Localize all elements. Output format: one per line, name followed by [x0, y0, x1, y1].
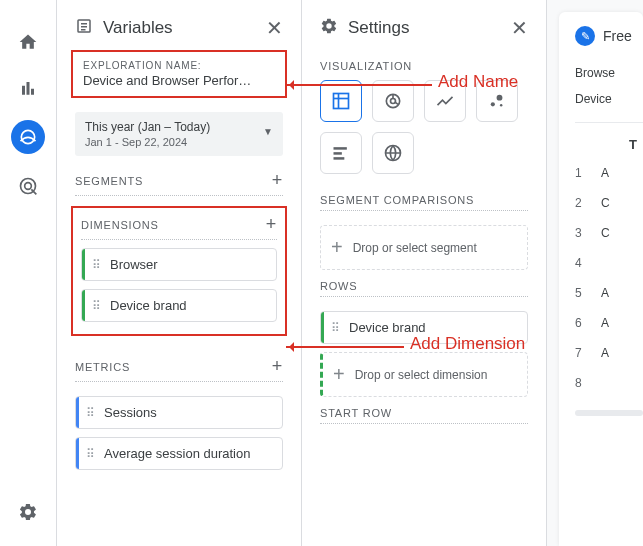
svg-point-16 [500, 104, 503, 107]
row-drop-zone[interactable]: + Drop or select dimension [320, 352, 528, 397]
row-cell: A [601, 166, 609, 180]
nav-rail [0, 0, 56, 546]
drag-handle-icon: ⠿ [331, 321, 341, 335]
viz-line-button[interactable] [424, 80, 466, 122]
row-number: 6 [575, 316, 589, 330]
table-row[interactable]: 8 [575, 368, 643, 398]
row-number: 1 [575, 166, 589, 180]
row-number: 2 [575, 196, 589, 210]
nav-explore-icon[interactable] [11, 120, 45, 154]
nav-ads-icon[interactable] [14, 172, 42, 200]
table-row[interactable]: 6A [575, 308, 643, 338]
viz-geo-button[interactable] [372, 132, 414, 174]
dimension-chip[interactable]: ⠿ Device brand [81, 289, 277, 322]
viz-donut-button[interactable] [372, 80, 414, 122]
nav-settings-icon[interactable] [14, 498, 42, 526]
exploration-name-label: EXPLORATION NAME: [83, 60, 275, 71]
report-tab: ✎ Free Browse Device T 1A2C3C45A6A7A8 [559, 12, 643, 546]
row-label: Device brand [349, 320, 426, 335]
viz-bar-button[interactable] [320, 132, 362, 174]
dimension-chip[interactable]: ⠿ Browser [81, 248, 277, 281]
viz-table-button[interactable] [320, 80, 362, 122]
drag-handle-icon: ⠿ [86, 406, 96, 420]
exploration-name-field[interactable]: EXPLORATION NAME: Device and Browser Per… [71, 50, 287, 98]
dimensions-section: DIMENSIONS + ⠿ Browser ⠿ Device brand [71, 206, 287, 336]
drag-handle-icon: ⠿ [92, 299, 102, 313]
plus-icon: + [333, 363, 345, 386]
add-segment-button[interactable]: + [272, 170, 283, 191]
start-row-label: START ROW [320, 407, 392, 419]
svg-point-14 [491, 102, 495, 106]
variables-panel: Variables ✕ EXPLORATION NAME: Device and… [56, 0, 301, 546]
report-header: Device [575, 86, 643, 112]
segments-label: SEGMENTS [75, 175, 143, 187]
table-row[interactable]: 4 [575, 248, 643, 278]
metric-chip[interactable]: ⠿ Sessions [75, 396, 283, 429]
drag-handle-icon: ⠿ [92, 258, 102, 272]
tab-title[interactable]: Free [603, 28, 632, 44]
metric-chip[interactable]: ⠿ Average session duration [75, 437, 283, 470]
dimension-label: Browser [110, 257, 158, 272]
drag-handle-icon: ⠿ [86, 447, 96, 461]
settings-icon [320, 17, 338, 39]
edit-tab-icon[interactable]: ✎ [575, 26, 595, 46]
row-number: 8 [575, 376, 589, 390]
plus-icon: + [331, 236, 343, 259]
row-cell: A [601, 286, 609, 300]
annotation-arrow [286, 84, 432, 86]
svg-point-2 [25, 183, 32, 190]
segment-drop-zone[interactable]: + Drop or select segment [320, 225, 528, 270]
table-row[interactable]: 1A [575, 158, 643, 188]
metric-label: Sessions [104, 405, 157, 420]
close-icon[interactable]: ✕ [266, 16, 283, 40]
date-range-picker[interactable]: This year (Jan – Today) Jan 1 - Sep 22, … [75, 112, 283, 156]
rows-label: ROWS [320, 280, 357, 292]
svg-rect-18 [334, 152, 342, 155]
close-icon[interactable]: ✕ [511, 16, 528, 40]
row-cell: A [601, 316, 609, 330]
row-cell: C [601, 226, 610, 240]
variables-title: Variables [103, 18, 256, 38]
svg-rect-19 [334, 157, 345, 160]
row-number: 7 [575, 346, 589, 360]
variables-icon [75, 17, 93, 39]
scrollbar[interactable] [575, 410, 643, 416]
row-cell: C [601, 196, 610, 210]
row-drop-text: Drop or select dimension [355, 368, 488, 382]
totals-label: T [575, 137, 643, 152]
metrics-section: METRICS + [57, 346, 301, 388]
visualization-grid [302, 76, 546, 184]
svg-rect-7 [334, 94, 349, 109]
segment-comparisons-label: SEGMENT COMPARISONS [320, 194, 474, 206]
row-cell: A [601, 346, 609, 360]
table-row[interactable]: 7A [575, 338, 643, 368]
table-row[interactable]: 5A [575, 278, 643, 308]
row-number: 5 [575, 286, 589, 300]
date-range: Jan 1 - Sep 22, 2024 [85, 136, 273, 148]
nav-reports-icon[interactable] [14, 74, 42, 102]
svg-rect-17 [334, 147, 347, 150]
viz-scatter-button[interactable] [476, 80, 518, 122]
segments-section: SEGMENTS + [57, 160, 301, 202]
add-metric-button[interactable]: + [272, 356, 283, 377]
table-row[interactable]: 2C [575, 188, 643, 218]
segment-drop-text: Drop or select segment [353, 241, 477, 255]
row-chip[interactable]: ⠿ Device brand [320, 311, 528, 344]
annotation-arrow [286, 346, 404, 348]
row-number: 4 [575, 256, 589, 270]
nav-home-icon[interactable] [14, 28, 42, 56]
report-header: Browse [575, 60, 643, 86]
exploration-name-value: Device and Browser Perfor… [83, 73, 275, 88]
visualization-label: VISUALIZATION [320, 60, 412, 72]
report-area: ✎ Free Browse Device T 1A2C3C45A6A7A8 [546, 0, 643, 546]
table-row[interactable]: 3C [575, 218, 643, 248]
date-preset: This year (Jan – Today) [85, 120, 273, 134]
dimension-label: Device brand [110, 298, 187, 313]
chevron-down-icon: ▼ [263, 126, 273, 137]
svg-line-13 [395, 102, 398, 105]
settings-panel: Settings ✕ VISUALIZATION SEGMENT COMPARI… [301, 0, 546, 546]
row-number: 3 [575, 226, 589, 240]
add-dimension-button[interactable]: + [266, 214, 277, 235]
metric-label: Average session duration [104, 446, 250, 461]
settings-title: Settings [348, 18, 501, 38]
